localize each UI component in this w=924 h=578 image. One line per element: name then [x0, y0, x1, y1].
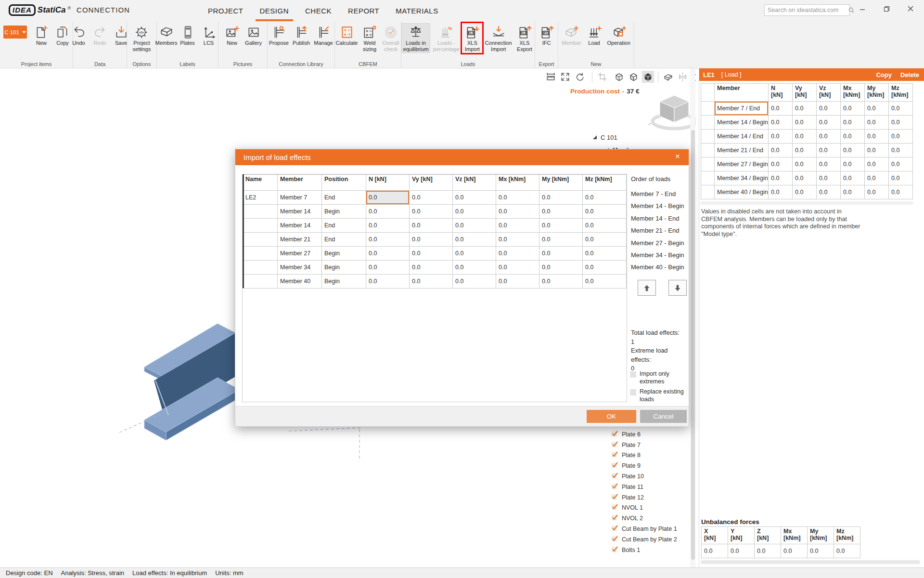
cell[interactable]: 0.0	[889, 102, 913, 116]
cell[interactable]: 0.0	[453, 233, 496, 247]
tab-check[interactable]: CHECK	[297, 0, 340, 21]
tree-item-nvol-1[interactable]: NVOL 1	[611, 503, 677, 513]
cell[interactable]: 0.0	[539, 219, 583, 233]
tree-item-plate-11[interactable]: Plate 11	[611, 482, 677, 492]
publish-button[interactable]: Publish	[291, 23, 311, 47]
checked-checkbox-icon[interactable]	[611, 430, 618, 439]
cell[interactable]: 0.0	[793, 144, 817, 158]
tab-report[interactable]: REPORT	[340, 0, 387, 21]
loads-in-equilibrium-button[interactable]: Loads inequilibrium	[401, 23, 430, 53]
cell[interactable]: 0.0	[769, 144, 793, 158]
cell[interactable]: 0.0	[817, 144, 841, 158]
cell[interactable]: 0.0	[539, 205, 583, 219]
import-only-extremes-checkbox[interactable]: Import only extremes	[630, 370, 690, 385]
cell[interactable]: 0.0	[865, 144, 889, 158]
cell[interactable]	[243, 275, 278, 289]
cell[interactable]: 0.0	[496, 247, 539, 261]
cell[interactable]	[243, 233, 278, 247]
cell[interactable]: 0.0	[865, 116, 889, 130]
cell[interactable]: 0.0	[889, 144, 913, 158]
cell[interactable]: 0.0	[841, 116, 865, 130]
cell[interactable]: 0.0	[366, 205, 410, 219]
navigation-cube[interactable]	[647, 92, 696, 133]
tree-scrollbar-thumb[interactable]	[691, 130, 695, 560]
cell[interactable]: Begin	[322, 261, 366, 275]
cell[interactable]: 0.0	[817, 158, 841, 171]
cell[interactable]: Begin	[322, 205, 366, 219]
cell[interactable]: Begin	[322, 275, 366, 289]
cell[interactable]: End	[322, 191, 366, 205]
cell[interactable]: 0.0	[453, 191, 496, 205]
checkbox-icon[interactable]	[630, 371, 636, 378]
cell[interactable]: 0.0	[889, 185, 913, 199]
project-settings-button[interactable]: </>Projectsettings	[131, 23, 153, 53]
rotate-icon[interactable]	[574, 71, 586, 83]
cell[interactable]: 0.0	[841, 102, 865, 116]
cell[interactable]: 0.0	[841, 130, 865, 144]
cell[interactable]: 0.0	[841, 144, 865, 158]
cell[interactable]: 0.0	[889, 171, 913, 185]
lcs-button[interactable]: LCS	[199, 23, 219, 47]
ok-button[interactable]: OK	[587, 410, 636, 423]
cell[interactable]: Member 34	[278, 261, 322, 275]
cell[interactable]: Member 27 / Begin	[715, 158, 769, 171]
tree-item-plate-6[interactable]: Plate 6	[611, 429, 677, 440]
load-button[interactable]: Load	[584, 23, 604, 47]
cell[interactable]: 0.0	[889, 116, 913, 130]
cell[interactable]: 0.0	[453, 219, 496, 233]
cell[interactable]	[243, 219, 278, 233]
cell[interactable]: 0.0	[865, 185, 889, 199]
section-icon[interactable]	[662, 71, 674, 83]
move-down-button[interactable]	[668, 280, 687, 296]
checked-checkbox-icon[interactable]	[611, 441, 618, 449]
cancel-button[interactable]: Cancel	[640, 410, 687, 423]
cell[interactable]: 0.0	[769, 130, 793, 144]
cell[interactable]: 0.0	[410, 219, 453, 233]
cell[interactable]: 0.0	[769, 158, 793, 171]
cell[interactable]: 0.0	[539, 247, 583, 261]
cell[interactable]: 0.0	[539, 275, 583, 289]
tree-item-plate-9[interactable]: Plate 9	[611, 460, 677, 471]
cell[interactable]: 0.0	[583, 205, 627, 219]
cell[interactable]: 0.0	[793, 185, 817, 199]
cell[interactable]: 0.0	[841, 171, 865, 185]
expand-triangle-icon[interactable]	[593, 135, 597, 139]
checked-checkbox-icon[interactable]	[611, 503, 618, 512]
tree-item-plate-8[interactable]: Plate 8	[611, 450, 677, 461]
cell[interactable]: 0.0	[769, 171, 793, 185]
cell[interactable]: 0.0	[410, 233, 453, 247]
checked-checkbox-icon[interactable]	[611, 461, 618, 470]
tree-item-cut-beam-by-plate-1[interactable]: Cut Beam by Plate 1	[611, 524, 677, 534]
cell[interactable]: 0.0	[366, 247, 410, 261]
checked-checkbox-icon[interactable]	[611, 546, 618, 554]
cell[interactable]: 0.0	[453, 275, 496, 289]
cube-solid-icon[interactable]	[642, 71, 654, 83]
cell[interactable]	[243, 205, 278, 219]
weld-sizing-button[interactable]: +−×÷Weldsizing	[359, 23, 380, 53]
tab-project[interactable]: PROJECT	[200, 0, 252, 21]
gallery-button[interactable]: Gallery	[243, 23, 264, 47]
cell[interactable]: 0.0	[769, 116, 793, 130]
cell[interactable]: Member 14	[278, 205, 322, 219]
cell[interactable]: 0.0	[793, 102, 817, 116]
cell[interactable]: 0.0	[366, 191, 410, 205]
tree-item-cut-beam-by-plate-2[interactable]: Cut Beam by Plate 2	[611, 534, 677, 545]
cell[interactable]: 0.0	[769, 185, 793, 199]
cell[interactable]: 0.0	[793, 158, 817, 171]
close-icon[interactable]	[904, 3, 917, 14]
new-button[interactable]: New	[222, 23, 242, 47]
cell[interactable]: Member 14 / End	[715, 130, 769, 144]
checked-checkbox-icon[interactable]	[611, 451, 618, 460]
cell[interactable]: 0.0	[366, 261, 410, 275]
checked-checkbox-icon[interactable]	[611, 525, 618, 533]
dialog-close-icon[interactable]: ×	[673, 152, 682, 161]
cell[interactable]: 0.0	[817, 130, 841, 144]
cell[interactable]: 0.0	[410, 205, 453, 219]
cell[interactable]: 0.0	[817, 171, 841, 185]
cell[interactable]: 0.0	[817, 102, 841, 116]
cell[interactable]: Member 14 / Begin	[715, 116, 769, 130]
dialog-titlebar[interactable]: Import of load effects	[235, 149, 689, 165]
cell[interactable]: Member 14	[278, 219, 322, 233]
checkbox-icon[interactable]	[630, 389, 636, 395]
move-up-button[interactable]	[638, 280, 656, 296]
